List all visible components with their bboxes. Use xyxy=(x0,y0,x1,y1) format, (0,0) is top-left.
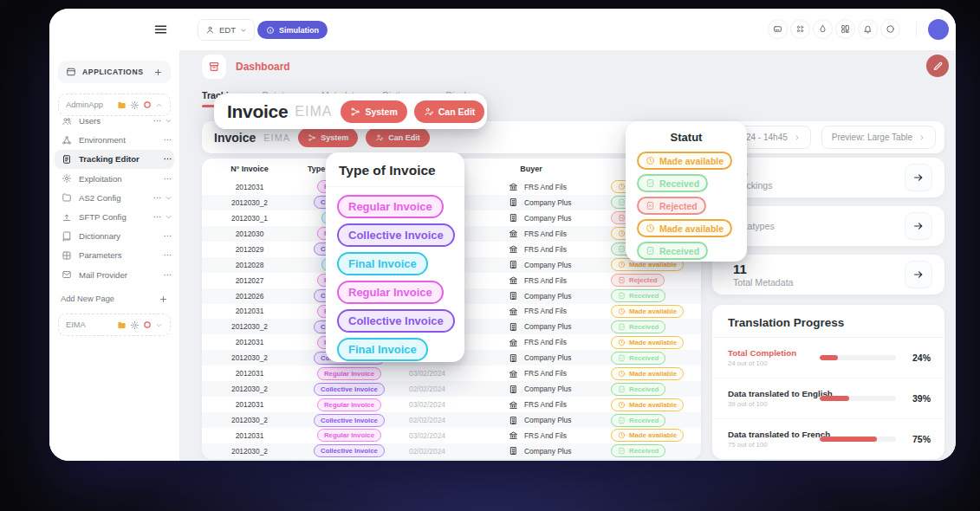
status-label: Received xyxy=(629,385,659,393)
record-circle-icon[interactable] xyxy=(143,320,152,329)
chevron-down-icon[interactable] xyxy=(165,194,172,202)
status-cell: Received xyxy=(609,383,701,396)
stat-card-datatypes[interactable]: Datatypes xyxy=(712,206,944,246)
status-option-badge[interactable]: Received xyxy=(637,174,708,192)
building-icon xyxy=(509,446,518,456)
open-trackings-button[interactable] xyxy=(905,164,932,191)
date-cell: 02/02/2024 xyxy=(401,385,453,393)
dots-h-icon[interactable] xyxy=(153,212,162,222)
buyer-name: Company Plus xyxy=(524,322,571,331)
topbar-icon-button[interactable] xyxy=(858,19,878,39)
simulation-badge[interactable]: Simulation xyxy=(257,21,328,39)
dots-h-icon[interactable] xyxy=(163,231,172,241)
popup-title: Invoice xyxy=(227,101,288,122)
dashboard-icon-box xyxy=(202,55,226,79)
sidebar-item-environment[interactable]: Environment xyxy=(49,131,179,149)
grid-icon xyxy=(62,250,72,261)
app-group-eima[interactable]: EIMA xyxy=(58,314,171,336)
stat-card-metadata[interactable]: 11 Total Metadata xyxy=(712,255,944,294)
sidebar-item-mail-provider[interactable]: Mail Provider xyxy=(49,266,179,284)
sidebar-item-dictionnary[interactable]: Dictionnary xyxy=(49,227,179,245)
clock-icon xyxy=(618,230,626,237)
table-row[interactable]: 2012030_2Collective Invoice02/02/2024Com… xyxy=(202,443,701,459)
dots-h-icon[interactable] xyxy=(153,116,162,126)
status-option-badge[interactable]: Made available xyxy=(637,152,732,170)
chevron-up-icon[interactable] xyxy=(155,101,163,109)
table-row[interactable]: 2012031Regular Invoice03/02/2024FRS And … xyxy=(202,397,701,412)
dots-h-icon[interactable] xyxy=(163,154,172,164)
invoice-tooltip-popup: Invoice EIMA SystemCan Edit xyxy=(214,94,487,129)
type-option-badge[interactable]: Final Invoice xyxy=(337,252,428,275)
mail-icon xyxy=(62,269,72,280)
invoice-cell: 2012030_2 xyxy=(202,447,297,456)
topbar-icon-button[interactable] xyxy=(835,19,855,39)
add-application-icon[interactable] xyxy=(153,68,163,77)
table-row[interactable]: 2012031Regular Invoice03/02/2024FRS And … xyxy=(202,428,701,443)
sidebar-item-users[interactable]: Users xyxy=(49,112,179,130)
type-option-badge[interactable]: Regular Invoice xyxy=(337,195,444,218)
chevron-down-icon[interactable] xyxy=(165,117,172,125)
preview-button[interactable]: Preview: Large Table xyxy=(821,126,936,149)
folder-icon[interactable] xyxy=(117,100,127,110)
add-new-page-button[interactable]: Add New Page xyxy=(49,290,179,307)
status-option-badge[interactable]: Received xyxy=(637,242,708,260)
sidebar-item-parameters[interactable]: Parameters xyxy=(49,246,179,264)
app-window: EDT Simulation APPLICATIONS AdminApp xyxy=(49,9,956,461)
topbar-icon-button[interactable] xyxy=(790,19,810,39)
desktop-background: EDT Simulation APPLICATIONS AdminApp xyxy=(0,0,980,511)
badge-label: System xyxy=(365,107,397,117)
add-new-page-label: Add New Page xyxy=(61,294,159,303)
topbar-icon-button[interactable] xyxy=(813,19,833,39)
type-option-badge[interactable]: Collective Invoice xyxy=(337,223,455,247)
edit-button[interactable] xyxy=(926,55,949,77)
dots-h-icon[interactable] xyxy=(153,193,162,203)
buyer-name: Company Plus xyxy=(524,447,571,456)
date-cell: 02/02/2024 xyxy=(401,416,453,424)
type-option-badge[interactable]: Final Invoice xyxy=(337,338,428,361)
gear-icon xyxy=(62,173,72,184)
user-avatar[interactable] xyxy=(928,19,949,40)
applications-header[interactable]: APPLICATIONS xyxy=(58,61,171,83)
open-datatypes-button[interactable] xyxy=(905,212,932,240)
table-row[interactable]: 2012030_2Collective Invoice02/02/2024Com… xyxy=(202,381,701,397)
doc-check-icon xyxy=(618,323,626,331)
edt-dropdown[interactable]: EDT xyxy=(198,19,255,41)
topbar-icon-button[interactable] xyxy=(880,19,900,39)
record-circle-icon[interactable] xyxy=(143,100,152,109)
chevron-down-icon[interactable] xyxy=(165,213,172,221)
badge-can-edit[interactable]: Can Edit xyxy=(414,100,485,123)
invoice-cell: 2012031 xyxy=(202,307,297,315)
dots-h-icon[interactable] xyxy=(163,250,172,260)
table-row[interactable]: 2012030_2Collective Invoice02/02/2024Com… xyxy=(202,412,701,428)
chevron-down-icon[interactable] xyxy=(155,321,163,329)
topbar-icon-button[interactable] xyxy=(768,19,788,39)
gear-icon[interactable] xyxy=(130,100,140,110)
sidebar-item-tracking-editor[interactable]: Tracking Editor xyxy=(55,150,174,168)
badge-system[interactable]: System xyxy=(298,128,358,147)
clock-icon xyxy=(618,261,626,268)
hamburger-menu-icon[interactable] xyxy=(153,22,169,37)
badge-system[interactable]: System xyxy=(341,100,406,123)
entity-subtitle: EIMA xyxy=(263,133,290,143)
open-metadata-button[interactable] xyxy=(905,261,932,288)
page-title: Dashboard xyxy=(236,61,290,73)
sidebar-item-exploitation[interactable]: Exploitation xyxy=(49,170,179,188)
sidebar-item-as2-config[interactable]: AS2 Config xyxy=(49,189,179,207)
type-badge: Collective Invoice xyxy=(314,414,385,427)
gear-icon[interactable] xyxy=(130,320,140,330)
translation-row: Data translated to French75 out of 10075… xyxy=(712,418,944,459)
type-option-badge[interactable]: Regular Invoice xyxy=(337,281,444,304)
dots-h-icon[interactable] xyxy=(163,270,172,280)
badge-can-edit[interactable]: Can Edit xyxy=(366,128,430,147)
buyer-cell: Company Plus xyxy=(453,260,609,269)
status-option-badge[interactable]: Made available xyxy=(637,219,732,237)
invoice-cell: 2012026 xyxy=(202,292,297,301)
archive-icon xyxy=(208,61,220,73)
status-option-badge[interactable]: Rejected xyxy=(637,197,706,215)
stat-card-trackings[interactable]: 98 Trackings xyxy=(712,158,944,197)
type-option-badge[interactable]: Collective Invoice xyxy=(337,309,455,333)
folder-icon[interactable] xyxy=(117,320,127,330)
sidebar-item-sftp-config[interactable]: SFTP Config xyxy=(49,208,179,226)
dots-h-icon[interactable] xyxy=(163,135,172,145)
dots-h-icon[interactable] xyxy=(163,174,172,184)
